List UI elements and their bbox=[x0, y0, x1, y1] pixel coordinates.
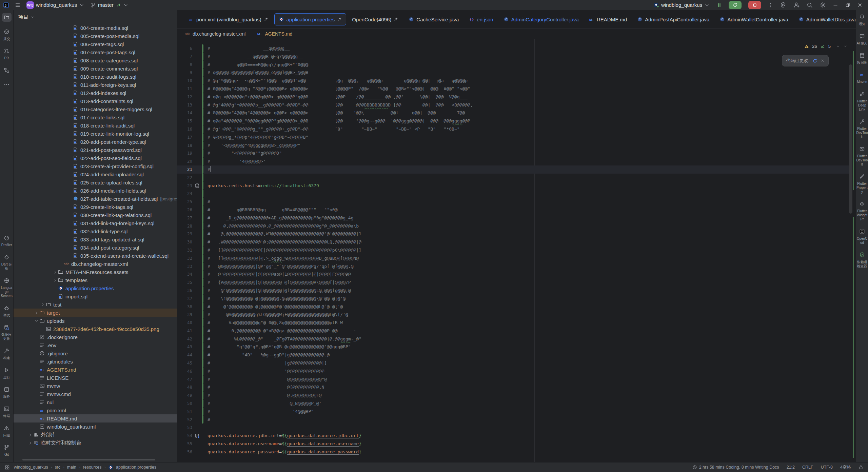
tree-item[interactable]: .dockerignore bbox=[14, 333, 177, 341]
tool-stripe-item-database[interactable]: 数据库 bbox=[856, 51, 868, 65]
chevron-right-icon[interactable] bbox=[33, 310, 39, 315]
tree-item[interactable]: 023-create-ai-provider-config.sql bbox=[14, 162, 177, 170]
tree-item[interactable]: 临时文件和控制台 bbox=[14, 439, 177, 447]
ai-assistant-button[interactable] bbox=[780, 2, 787, 8]
code-with-me-button[interactable] bbox=[793, 2, 800, 8]
breadcrumb-item[interactable]: main bbox=[67, 465, 76, 470]
tool-stripe-item-terminal[interactable]: 终端 bbox=[0, 404, 13, 418]
tool-stripe-item-build[interactable]: 构建 bbox=[0, 346, 13, 360]
chevron-right-icon[interactable] bbox=[27, 432, 33, 437]
window-restore-button[interactable] bbox=[845, 2, 850, 8]
tree-item[interactable]: test bbox=[14, 300, 177, 309]
tree-item[interactable]: 035-extend-users-and-create-wallet.sql bbox=[14, 252, 177, 260]
tool-stripe-item-language-servers[interactable]: Language Servers bbox=[0, 276, 13, 298]
breadcrumb-item[interactable]: src bbox=[55, 465, 60, 470]
pause-button[interactable] bbox=[716, 2, 722, 8]
tool-stripe-item-structure[interactable] bbox=[0, 66, 13, 75]
tool-stripe-item-pull-requests[interactable]: PR bbox=[0, 46, 13, 60]
tool-stripe-item-git[interactable]: Git bbox=[0, 443, 13, 457]
tree-item[interactable]: 009-create-comments.sql bbox=[14, 64, 177, 73]
readonly-lock-widget[interactable] bbox=[859, 465, 863, 470]
tree-item[interactable]: 018-create-link-audit.sql bbox=[14, 121, 177, 130]
toast-close-button[interactable] bbox=[821, 59, 825, 63]
tool-stripe-item-project[interactable] bbox=[0, 13, 13, 22]
next-problem-button[interactable] bbox=[843, 44, 848, 48]
tree-item[interactable]: 031-add-link-tag-foreign-keys.sql bbox=[14, 219, 177, 227]
tree-item[interactable]: 010-create-audit-logs.sql bbox=[14, 73, 177, 81]
tree-item[interactable]: templates bbox=[14, 276, 177, 284]
previous-problem-button[interactable] bbox=[836, 44, 840, 48]
chevron-right-icon[interactable] bbox=[52, 277, 58, 283]
tree-item[interactable]: M↓README.md bbox=[14, 414, 177, 422]
tab-db-changelog-master[interactable]: </>db.changelog-master.xml bbox=[185, 31, 245, 37]
tab-admin-post-api-controller[interactable]: CAdminPostApiController.java bbox=[633, 13, 714, 25]
tree-item[interactable]: 024-add-media-uploader.sql bbox=[14, 170, 177, 178]
tree-item[interactable]: mvnw bbox=[14, 382, 177, 390]
chevron-down-icon[interactable] bbox=[33, 318, 39, 323]
tree-item[interactable]: 021-add-post-password.sql bbox=[14, 146, 177, 154]
tab-cacheservice[interactable]: CCacheService.java bbox=[404, 13, 463, 25]
tree-item[interactable]: 022-add-post-seo-fields.sql bbox=[14, 154, 177, 162]
code-editor[interactable]: 6# __q@@@@g__7# __g@@@@B_@~g?@@@@@g__8# … bbox=[177, 39, 856, 462]
tool-stripe-item-services[interactable]: 服务 bbox=[0, 385, 13, 399]
stop-button[interactable] bbox=[748, 1, 761, 9]
main-menu-button[interactable] bbox=[15, 2, 20, 8]
tool-stripe-item-more[interactable] bbox=[0, 80, 13, 89]
caret-position-widget[interactable]: 21:2 bbox=[787, 465, 795, 470]
window-minimize-button[interactable] bbox=[833, 2, 838, 8]
time-tracking-widget[interactable]: 2 hrs 58 mins Coding, 8 mins Writing Doc… bbox=[692, 465, 779, 470]
tree-item[interactable]: LICENSE bbox=[14, 374, 177, 382]
breadcrumb-item[interactable]: resources bbox=[83, 465, 102, 470]
tab-opencode[interactable]: OpenCode(4096) bbox=[348, 13, 403, 25]
breadcrumb-item[interactable]: application.properties bbox=[116, 465, 156, 470]
tree-item[interactable]: .env bbox=[14, 341, 177, 349]
tree-item[interactable]: uploads bbox=[14, 317, 177, 325]
tab-application-properties[interactable]: application.properties bbox=[274, 13, 347, 25]
tool-stripe-item-profiler[interactable]: Profiler bbox=[0, 233, 13, 247]
tab-admin-wallet-controller[interactable]: CAdminWalletController.java bbox=[715, 13, 793, 25]
tree-item[interactable]: 011-add-foreign-keys.sql bbox=[14, 81, 177, 89]
tab-admin-category-controller[interactable]: CAdminCategoryController.java bbox=[499, 13, 583, 25]
inspections-widget[interactable]: 26 5 bbox=[804, 44, 848, 49]
tree-item[interactable]: 020-add-post-render-type.sql bbox=[14, 138, 177, 146]
tree-item[interactable]: application.properties bbox=[14, 284, 177, 292]
tree-item[interactable]: 030-create-link-tag-relations.sql bbox=[14, 211, 177, 219]
tree-item[interactable]: 008-create-categories.sql bbox=[14, 56, 177, 64]
project-widget[interactable]: WQ windblog_quarkus bbox=[26, 1, 84, 9]
more-actions-button[interactable] bbox=[768, 2, 773, 8]
tree-item[interactable]: mvnw.cmd bbox=[14, 390, 177, 398]
db-add-gutter-icon[interactable] bbox=[192, 433, 202, 438]
tool-stripe-item-flutter-devtools-2[interactable]: Flutter DevTools bbox=[856, 144, 868, 166]
tool-stripe-item-commit[interactable]: 提交 bbox=[0, 27, 13, 41]
tool-stripe-item-flutter-widget-preview[interactable]: Flutter Widget Pr bbox=[856, 199, 868, 221]
tab-en-json[interactable]: {}en.json bbox=[465, 13, 497, 25]
tree-item[interactable]: 012-add-indexes.sql bbox=[14, 89, 177, 97]
tree-item[interactable]: </>db.changelog-master.xml bbox=[14, 260, 177, 268]
tree-item[interactable]: 外部库 bbox=[14, 431, 177, 439]
tree-item[interactable]: 026-add-media-info-fields.sql bbox=[14, 186, 177, 195]
tree-item[interactable]: windblog_quarkus.iml bbox=[14, 422, 177, 431]
window-close-button[interactable] bbox=[857, 2, 863, 8]
tool-window-switcher-icon[interactable] bbox=[5, 465, 10, 470]
tree-item[interactable]: 033-add-tags-updated-at.sql bbox=[14, 235, 177, 243]
tool-stripe-item-ai-chat[interactable]: AI 聊天 bbox=[856, 32, 868, 45]
tree-item[interactable]: 034-add-post-category.sql bbox=[14, 243, 177, 252]
tab-admin-wallet-dtos[interactable]: CAdminWalletDtos.java bbox=[794, 13, 856, 25]
search-everywhere-button[interactable] bbox=[807, 2, 813, 8]
indent-widget[interactable]: 4空格 bbox=[840, 465, 851, 470]
rerun-button[interactable] bbox=[729, 1, 742, 9]
tool-stripe-item-flutter-deep-links[interactable]: Flutter Deep Link bbox=[856, 90, 868, 112]
hot-reload-icon[interactable] bbox=[812, 58, 817, 63]
tree-item[interactable]: 019-create-link-monitor-log.sql bbox=[14, 130, 177, 138]
tree-item[interactable]: .gitignore bbox=[14, 349, 177, 357]
chevron-right-icon[interactable] bbox=[52, 269, 58, 275]
tree-item[interactable]: 029-create-link-tags.sql bbox=[14, 203, 177, 211]
chevron-right-icon[interactable] bbox=[40, 302, 46, 307]
tree-item[interactable]: 025-create-upload-roles.sql bbox=[14, 178, 177, 186]
tree-item[interactable]: target bbox=[14, 309, 177, 317]
tree-item[interactable]: nul bbox=[14, 398, 177, 406]
tree-item[interactable]: 007-create-post-tags.sql bbox=[14, 48, 177, 56]
tool-stripe-item-dart-analysis[interactable]: Dart 分析 bbox=[0, 253, 13, 271]
tool-stripe-item-maven[interactable]: mMaven bbox=[856, 70, 868, 84]
tool-stripe-item-flutter-devtools[interactable]: Flutter DevTools bbox=[856, 117, 868, 139]
